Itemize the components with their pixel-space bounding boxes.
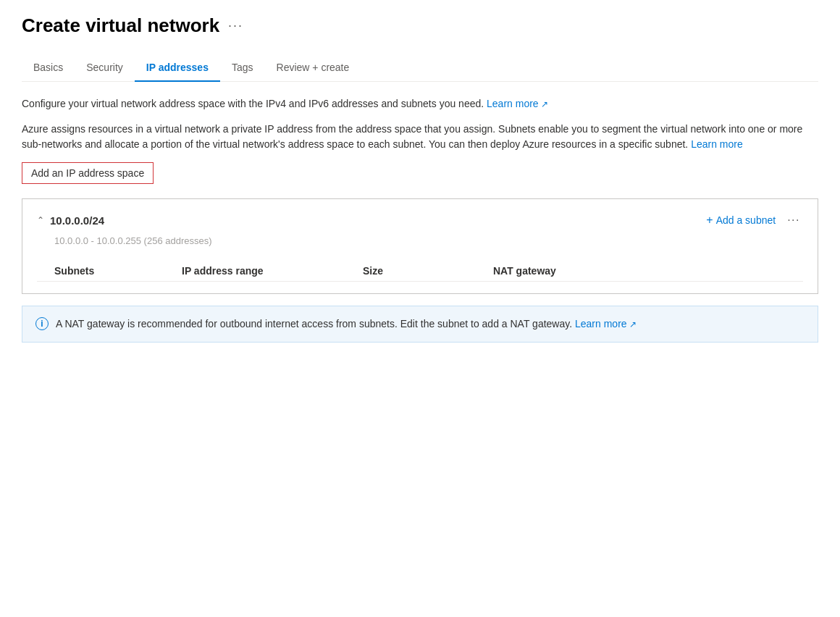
collapse-chevron-icon[interactable]: ⌃ bbox=[37, 215, 44, 225]
address-range-text: 10.0.0.0 - 10.0.0.255 (256 addresses) bbox=[37, 235, 803, 246]
tab-security[interactable]: Security bbox=[75, 54, 135, 82]
address-space-card: ⌃ 10.0.0.0/24 + Add a subnet ··· 10.0.0.… bbox=[22, 198, 818, 294]
description-1: Configure your virtual network address s… bbox=[22, 96, 818, 112]
address-space-cidr: 10.0.0.0/24 bbox=[50, 214, 104, 227]
nat-learn-more-link[interactable]: Learn more bbox=[575, 318, 637, 330]
nat-gateway-info-banner: i A NAT gateway is recommended for outbo… bbox=[22, 306, 818, 343]
col-subnets: Subnets bbox=[37, 261, 182, 282]
add-ip-address-space-button[interactable]: Add an IP address space bbox=[22, 162, 154, 184]
tab-ip-addresses[interactable]: IP addresses bbox=[135, 54, 220, 82]
tab-nav: Basics Security IP addresses Tags Review… bbox=[22, 54, 818, 82]
col-ip-address-range: IP address range bbox=[182, 261, 363, 282]
learn-more-link-1[interactable]: Learn more bbox=[487, 98, 548, 109]
col-nat-gateway: NAT gateway bbox=[493, 261, 803, 282]
description-2: Azure assigns resources in a virtual net… bbox=[22, 122, 818, 152]
page-title: Create virtual network bbox=[22, 14, 219, 37]
address-space-more-options-button[interactable]: ··· bbox=[784, 212, 803, 228]
tab-basics[interactable]: Basics bbox=[22, 54, 75, 82]
subnets-table: Subnets IP address range Size NAT gatewa… bbox=[37, 261, 803, 282]
info-icon: i bbox=[35, 317, 49, 330]
tab-review-create[interactable]: Review + create bbox=[265, 54, 361, 82]
learn-more-link-2[interactable]: Learn more bbox=[691, 138, 743, 150]
plus-icon: + bbox=[706, 214, 713, 227]
add-subnet-button[interactable]: + Add a subnet bbox=[706, 211, 776, 230]
page-more-icon[interactable]: ··· bbox=[228, 18, 243, 33]
nat-banner-text: A NAT gateway is recommended for outboun… bbox=[56, 316, 637, 332]
tab-tags[interactable]: Tags bbox=[220, 54, 265, 82]
col-size: Size bbox=[363, 261, 493, 282]
